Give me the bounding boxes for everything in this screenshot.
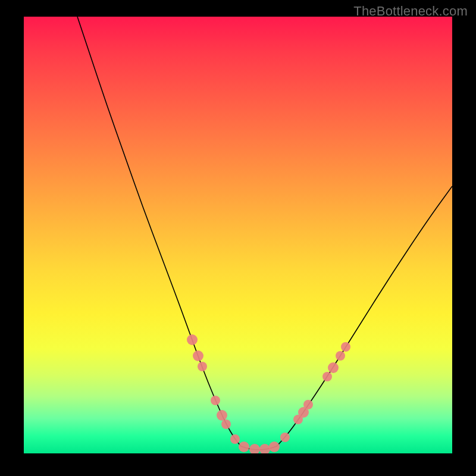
data-bead — [230, 434, 240, 444]
data-bead — [303, 400, 313, 409]
data-bead — [336, 351, 345, 361]
data-bead — [187, 334, 198, 345]
data-bead — [217, 410, 227, 421]
bottleneck-curve — [77, 17, 452, 450]
data-beads — [187, 334, 350, 453]
data-bead — [269, 441, 280, 452]
data-bead — [198, 362, 207, 371]
data-bead — [211, 396, 220, 405]
plot-area — [24, 17, 452, 453]
chart-frame: TheBottleneck.com — [0, 0, 476, 476]
data-bead — [221, 419, 231, 429]
data-bead — [193, 350, 203, 361]
data-bead — [341, 342, 350, 352]
data-bead — [259, 444, 270, 453]
data-bead — [280, 433, 290, 442]
data-bead — [328, 362, 339, 373]
data-bead — [249, 444, 260, 453]
data-bead — [322, 372, 332, 381]
watermark-text: TheBottleneck.com — [353, 4, 468, 19]
data-bead — [239, 441, 249, 452]
chart-svg — [24, 17, 452, 453]
